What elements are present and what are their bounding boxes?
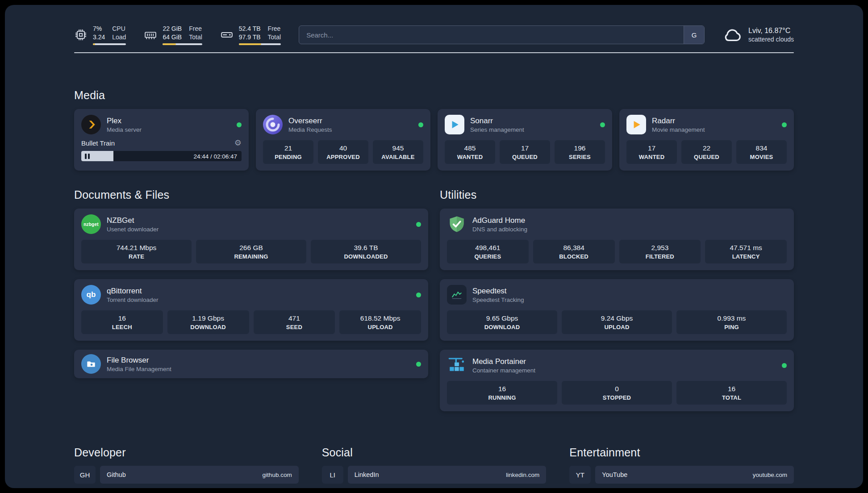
overseerr-icon	[263, 115, 283, 134]
bookmark-url: youtube.com	[753, 472, 787, 478]
stat-label: UPLOAD	[342, 324, 418, 330]
cloud-icon	[722, 25, 743, 45]
stat-label: REMAINING	[199, 253, 304, 260]
memory-total-value: 64 GiB	[163, 33, 182, 41]
stat-value: 39.6 TB	[313, 244, 418, 252]
stat-label: LATENCY	[708, 253, 784, 260]
status-dot	[782, 363, 787, 368]
stat-tile: 945 AVAILABLE	[373, 140, 423, 164]
cpu-progress-fill	[93, 43, 95, 45]
memory-total-label: Total	[189, 33, 202, 41]
app-card-overseerr[interactable]: Overseerr Media Requests 21 PENDING 40 A…	[256, 109, 430, 171]
stat-tile: 21 PENDING	[263, 140, 313, 164]
app-card-sonarr[interactable]: Sonarr Series management 485 WANTED 17 Q…	[438, 109, 612, 171]
stat-value: 744.21 Mbps	[84, 244, 189, 252]
stat-label: LEECH	[84, 324, 160, 330]
stat-tile: 1.19 Gbps DOWNLOAD	[167, 310, 249, 334]
section-title-utilities: Utilities	[440, 188, 794, 201]
stat-label: WANTED	[447, 154, 492, 160]
screen: 7% 3.24 CPU Load	[0, 0, 868, 493]
topbar-divider	[74, 52, 794, 53]
speedtest-icon	[447, 285, 467, 305]
stat-label: QUERIES	[450, 253, 526, 260]
cpu-value: 7%	[93, 25, 105, 33]
memory-widget: 22 GiB 64 GiB Free Total	[144, 25, 202, 45]
stat-value: 21	[266, 144, 311, 152]
cpu-icon	[74, 28, 88, 42]
bookmark-youtube[interactable]: YT YouTube youtube.com	[569, 466, 794, 484]
storage-total-value: 97.9 TB	[239, 33, 261, 41]
nzbget-icon: nzbget	[81, 214, 101, 234]
app-subtitle: Container management	[472, 367, 776, 374]
cpu-progress-bar	[93, 43, 126, 45]
portainer-icon	[447, 355, 467, 375]
stat-value: 16	[84, 314, 160, 322]
bookmark-github[interactable]: GH Github github.com	[74, 466, 299, 484]
storage-free-label: Free	[268, 25, 281, 33]
stat-tile: 16 LEECH	[81, 310, 163, 334]
app-title: Plex	[107, 117, 231, 125]
app-subtitle: Movie management	[652, 126, 776, 133]
storage-progress-fill	[239, 43, 261, 45]
app-title: Media Portainer	[472, 357, 776, 366]
stat-label: STOPPED	[564, 394, 669, 401]
search-input[interactable]	[299, 25, 705, 44]
app-subtitle: Torrent downloader	[107, 297, 410, 303]
app-card-plex[interactable]: Plex Media server Bullet Train ⚙ 24:44 /…	[74, 109, 249, 171]
app-card-radarr[interactable]: Radarr Movie management 17 WANTED 22 QUE…	[619, 109, 794, 171]
search-engine-button[interactable]: G	[684, 26, 704, 44]
bookmark-abbr: YT	[569, 466, 591, 484]
stat-tile: 196 SERIES	[555, 140, 605, 164]
bookmarks: Developer GH Github github.com SO StackO…	[74, 446, 794, 488]
app-card-portainer[interactable]: Media Portainer Container management 16 …	[440, 350, 794, 411]
radarr-icon	[626, 115, 646, 134]
stat-label: FILTERED	[622, 253, 698, 260]
bookmark-linkedin[interactable]: LI LinkedIn linkedin.com	[322, 466, 547, 484]
now-playing-time: 24:44 / 02:06:47	[193, 153, 237, 159]
stat-tile: 471 SEED	[254, 310, 335, 334]
bookmark-url: github.com	[263, 472, 292, 478]
app-card-speedtest[interactable]: Speedtest Speedtest Tracking 9.65 Gbps D…	[440, 279, 794, 341]
pause-icon[interactable]	[85, 154, 90, 159]
stat-tile: 39.6 TB DOWNLOADED	[311, 240, 421, 263]
topbar: 7% 3.24 CPU Load	[74, 25, 794, 45]
section-title-media: Media	[74, 89, 794, 102]
bookmark-abbr: LI	[322, 466, 343, 484]
stat-tile: 9.65 Gbps DOWNLOAD	[447, 310, 557, 334]
stat-tile: 618.52 Mbps UPLOAD	[339, 310, 421, 334]
bookmark-group-title: Developer	[74, 446, 299, 459]
stat-tile: 485 WANTED	[445, 140, 495, 164]
bookmark-name: YouTube	[602, 471, 627, 478]
app-card-adguard[interactable]: AdGuard Home DNS and adblocking 498,461 …	[440, 209, 794, 270]
memory-free-value: 22 GiB	[163, 25, 182, 33]
stat-label: TOTAL	[679, 394, 784, 401]
stat-value: 196	[557, 144, 602, 152]
app-card-qbittorrent[interactable]: qb qBittorrent Torrent downloader 16 LEE…	[74, 279, 428, 341]
stat-tile: 0 STOPPED	[562, 381, 672, 405]
stat-label: BLOCKED	[536, 253, 612, 260]
stat-value: 17	[502, 144, 547, 152]
section-media: Media Plex Media server Bullet Train ⚙	[74, 89, 794, 171]
stat-tile: 40 APPROVED	[318, 140, 368, 164]
app-subtitle: Series management	[470, 126, 594, 133]
stat-value: 618.52 Mbps	[342, 314, 418, 322]
section-title-documents: Documents & Files	[74, 188, 428, 201]
stat-value: 9.24 Gbps	[564, 314, 669, 322]
stat-label: DOWNLOAD	[450, 324, 555, 330]
gear-icon[interactable]: ⚙	[234, 139, 242, 147]
stat-tile: 0.993 ms PING	[676, 310, 787, 334]
stat-tile: 9.24 Gbps UPLOAD	[562, 310, 672, 334]
storage-total-label: Total	[268, 33, 281, 41]
stat-value: 945	[376, 144, 421, 152]
stat-label: RATE	[84, 253, 189, 260]
cpu-widget: 7% 3.24 CPU Load	[74, 25, 126, 45]
hard-drive-icon	[220, 28, 234, 42]
app-card-filebrowser[interactable]: File Browser Media File Management	[74, 350, 428, 378]
stat-label: PING	[679, 324, 784, 330]
weather-widget: Lviv, 16.87°C scattered clouds	[722, 25, 794, 45]
bookmark-group-title: Social	[322, 446, 547, 459]
app-card-nzbget[interactable]: nzbget NZBGet Usenet downloader 744.21 M…	[74, 209, 428, 270]
stat-label: APPROVED	[321, 154, 366, 160]
stat-label: UPLOAD	[564, 324, 669, 330]
status-dot	[782, 122, 787, 127]
